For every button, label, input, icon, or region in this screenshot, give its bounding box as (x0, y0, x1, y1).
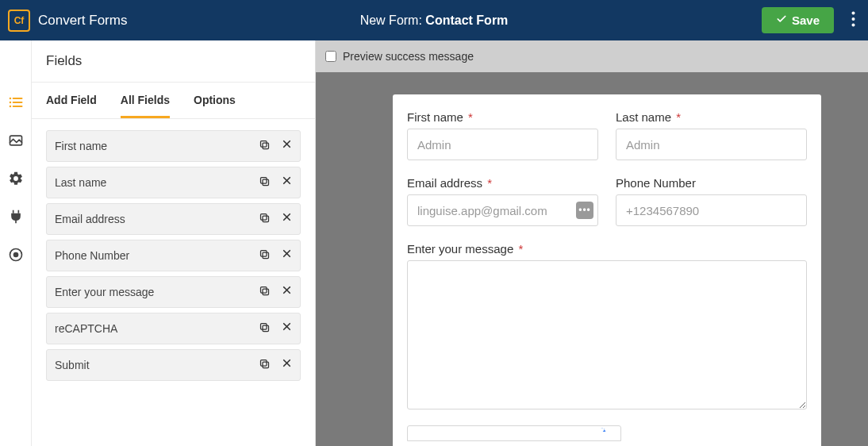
svg-rect-13 (261, 141, 267, 148)
recaptcha-widget[interactable] (407, 425, 621, 441)
field-list: First nameLast nameEmail addressPhone Nu… (32, 119, 315, 392)
field-row[interactable]: First name (46, 130, 301, 162)
field-row-label: Phone Number (55, 249, 259, 262)
svg-point-2 (852, 23, 855, 26)
required-mark: * (487, 176, 492, 190)
field-row[interactable]: Enter your message (46, 276, 301, 308)
message-label: Enter your message * (407, 242, 807, 256)
record-rail-icon[interactable] (8, 247, 24, 263)
field-row-label: Enter your message (55, 286, 259, 298)
duplicate-icon[interactable] (259, 358, 271, 372)
panel-tabs: Add Field All Fields Options (32, 83, 315, 119)
svg-rect-29 (261, 287, 267, 294)
phone-input[interactable] (616, 194, 807, 226)
first-name-group: First name * (407, 110, 598, 160)
duplicate-icon[interactable] (259, 285, 271, 299)
svg-rect-32 (263, 325, 269, 332)
svg-rect-20 (263, 216, 269, 222)
email-group: Email address * ••• (407, 176, 598, 226)
svg-rect-24 (263, 252, 269, 259)
email-autofill-icon[interactable]: ••• (576, 202, 593, 219)
required-mark: * (468, 110, 473, 124)
delete-icon[interactable] (282, 212, 292, 226)
save-button[interactable]: Save (762, 7, 834, 33)
last-name-input[interactable] (616, 129, 807, 160)
svg-rect-33 (261, 324, 267, 330)
delete-icon[interactable] (282, 139, 292, 153)
more-menu-button[interactable] (847, 6, 860, 35)
svg-rect-28 (263, 289, 269, 295)
svg-rect-37 (261, 360, 267, 367)
svg-point-8 (9, 106, 10, 108)
svg-point-1 (852, 17, 855, 21)
field-row-label: Email address (55, 213, 259, 225)
preview-bar: Preview success message (316, 40, 868, 72)
tab-add-field[interactable]: Add Field (46, 94, 97, 118)
message-textarea[interactable] (407, 260, 807, 409)
field-row[interactable]: reCAPTCHA (46, 313, 301, 344)
form-canvas: First name * Last name * (316, 72, 868, 446)
svg-point-6 (9, 98, 10, 100)
plugin-rail-icon[interactable] (8, 209, 24, 225)
image-rail-icon[interactable] (8, 133, 24, 148)
settings-rail-icon[interactable] (8, 171, 24, 186)
delete-icon[interactable] (282, 321, 292, 336)
email-label: Email address * (407, 176, 598, 190)
duplicate-icon[interactable] (259, 212, 271, 226)
svg-rect-36 (263, 362, 269, 368)
delete-icon[interactable] (282, 358, 292, 372)
tab-options[interactable]: Options (194, 94, 236, 118)
form-name: Contact Form (425, 13, 508, 27)
svg-point-11 (13, 252, 18, 258)
phone-group: Phone Number (616, 176, 807, 226)
first-name-label: First name * (407, 110, 598, 124)
svg-point-0 (852, 11, 855, 14)
required-mark: * (518, 242, 523, 256)
delete-icon[interactable] (282, 248, 292, 263)
preview-success-label: Preview success message (343, 50, 474, 63)
tab-all-fields[interactable]: All Fields (121, 94, 170, 118)
duplicate-icon[interactable] (259, 321, 271, 336)
field-row[interactable]: Email address (46, 203, 301, 235)
svg-rect-25 (261, 251, 267, 257)
field-row-label: Last name (55, 176, 259, 189)
duplicate-icon[interactable] (259, 248, 271, 263)
field-row-label: Submit (55, 359, 259, 371)
last-name-group: Last name * (616, 110, 807, 160)
last-name-label: Last name * (616, 110, 807, 124)
svg-rect-17 (261, 178, 267, 184)
svg-rect-12 (263, 143, 269, 149)
duplicate-icon[interactable] (259, 139, 271, 153)
field-row[interactable]: Submit (46, 349, 301, 381)
check-icon (776, 13, 787, 27)
page-title: New Form: Contact Form (360, 13, 509, 28)
save-button-label: Save (792, 13, 820, 27)
svg-rect-21 (261, 214, 267, 221)
delete-icon[interactable] (282, 285, 292, 299)
brand-logo: Cf (8, 10, 30, 32)
required-mark: * (676, 110, 681, 124)
duplicate-icon[interactable] (259, 175, 271, 190)
brand-name: Convert Forms (38, 13, 127, 29)
side-rail (0, 40, 32, 446)
message-group: Enter your message * (407, 242, 807, 409)
email-input[interactable] (407, 194, 598, 226)
fields-rail-icon[interactable] (8, 94, 24, 110)
fields-panel: Fields Add Field All Fields Options Firs… (32, 40, 316, 446)
app-header: Cf Convert Forms New Form: Contact Form … (0, 0, 868, 40)
form-preview-card: First name * Last name * (393, 94, 821, 446)
field-row-label: reCAPTCHA (55, 322, 259, 335)
phone-label: Phone Number (616, 176, 807, 190)
field-row[interactable]: Phone Number (46, 240, 301, 271)
svg-rect-16 (263, 179, 269, 186)
field-row[interactable]: Last name (46, 167, 301, 198)
svg-point-7 (9, 102, 10, 104)
first-name-input[interactable] (407, 129, 598, 160)
panel-title: Fields (32, 40, 315, 83)
delete-icon[interactable] (282, 175, 292, 190)
title-prefix: New Form: (360, 13, 426, 27)
field-row-label: First name (55, 140, 259, 152)
preview-success-checkbox[interactable] (325, 51, 336, 62)
